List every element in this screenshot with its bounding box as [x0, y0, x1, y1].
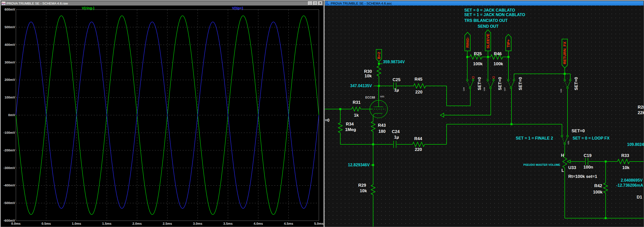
label-u31-set: SET=0 — [572, 129, 585, 133]
waveform-titlebar[interactable]: PROVA TRUMBLE SE - SCHEMA 4.6.raw _ □ ✕ — [1, 1, 323, 6]
resistor-r44 — [413, 142, 425, 147]
flag-tip-label: TIP+ — [506, 39, 510, 47]
label-u29-set: SET=0 — [477, 77, 482, 90]
x-tick: 0.5ms — [39, 222, 53, 225]
label-r42-val: 100k — [593, 190, 603, 194]
label-c25-ref: C25 — [393, 78, 400, 82]
label-u33-ref: U33 — [568, 166, 576, 170]
y-tick: 200mV — [1, 78, 15, 82]
label-r46-val: 100k — [494, 62, 503, 66]
x-tick: 2.5ms — [160, 222, 174, 225]
comment-jack-non-cablato: SET = 1 = JACK NON CABLATO — [464, 13, 525, 17]
comment-loop-fx: SET = 0 = LOOP FX — [573, 136, 609, 141]
label-u33-val: Rt=100k set=1 — [568, 174, 597, 179]
open-terminal-markers — [472, 77, 495, 78]
label-r25-ref: R25 — [474, 52, 482, 56]
label-c19-val: 100n — [583, 165, 593, 170]
label-tube-ref: U21 — [380, 95, 384, 98]
label-r34-val: 1Meg — [345, 127, 356, 132]
label-u30-set: SET=0 — [574, 77, 579, 90]
x-tick: 4.0ms — [251, 222, 265, 225]
y-tick: -300mV — [1, 166, 15, 170]
label-r43-ref: R43 — [378, 123, 386, 128]
y-tick: 0mV — [1, 113, 15, 117]
label-u28-set: SET=0 — [498, 77, 502, 90]
comment-cut-left: =0 — [325, 118, 329, 123]
label-d1-ref: D1 — [637, 195, 642, 200]
resistor-r43 — [371, 121, 375, 132]
label-r29-ref: R29 — [358, 183, 366, 188]
y-tick: 400mV — [1, 43, 15, 47]
resistor-r33 — [617, 159, 630, 164]
waveform-window: PROVA TRUMBLE SE - SCHEMA 4.6.raw _ □ ✕ … — [0, 0, 324, 227]
label-r29-val: 10k — [360, 189, 367, 193]
voltage-out: 2.0408695V — [621, 178, 642, 183]
label-pot-l: L — [561, 168, 564, 173]
label-r44-ref: R44 — [414, 137, 422, 141]
flag-ring-label: RING- — [466, 37, 470, 48]
voltage-plate: 347.04135V — [350, 84, 372, 88]
y-tick: -400mV — [1, 183, 15, 187]
label-c24-val: 1µ — [394, 135, 399, 140]
label-u27-set: SET=0 — [518, 77, 523, 90]
trace-label-vtip[interactable]: V(tip+) — [232, 6, 243, 10]
trace-label-vring[interactable]: V(ring-) — [82, 6, 94, 10]
label-r33-val: 10k — [622, 166, 629, 170]
label-r34-ref: R34 — [346, 122, 354, 126]
resistor-r34 — [338, 123, 342, 133]
x-tick: 3.5ms — [221, 222, 235, 225]
label-r42-ref: R42 — [594, 184, 602, 188]
schematic-canvas[interactable]: SET = 0 = JACK CABLATO SET = 1 = JACK NO… — [325, 6, 643, 226]
resistor-r42 — [604, 183, 608, 193]
label-r30-val: 10k — [365, 74, 372, 78]
label-r31-ref: R31 — [353, 100, 360, 105]
comment-trs-bilanciato: TRS BILANCIATO OUT — [464, 19, 508, 23]
label-r25-val: 100k — [473, 62, 483, 66]
comment-finale2: SET = 1 = FINALE 2 — [516, 136, 553, 141]
x-tick: 0.0ms — [9, 222, 23, 225]
comment-send-out: SEND OUT — [478, 24, 499, 29]
x-tick: 1.5ms — [100, 222, 114, 225]
label-r30-ref: R30 — [364, 69, 372, 74]
label-c24-ref: C24 — [392, 129, 400, 134]
y-tick: 100mV — [1, 95, 15, 99]
y-tick: -500mV — [1, 201, 15, 205]
current-out: -12.736206mA — [616, 183, 643, 188]
label-r31-val: 1k — [354, 113, 359, 118]
label-r28-val: 22k — [638, 111, 644, 115]
label-u27-ref: U27 — [504, 87, 506, 91]
y-tick: -100mV — [1, 131, 15, 135]
x-tick: 4.5ms — [281, 222, 296, 225]
schematic-window: PROVA TRUMBLE SE - SCHEMA 4.6.asc — [324, 0, 644, 227]
comment-jack-cablato: SET = 0 = JACK CABLATO — [464, 8, 515, 13]
resistor-r31 — [352, 107, 361, 111]
label-u31-ref: U31 — [568, 141, 570, 145]
label-pot-h: H — [561, 153, 564, 158]
schematic-titlebar[interactable]: PROVA TRUMBLE SE - SCHEMA 4.6.asc — [325, 1, 643, 6]
label-r45-ref: R45 — [415, 77, 422, 82]
label-u28-ref: U28 — [483, 87, 485, 91]
resistor-r30 — [377, 66, 381, 76]
minimize-button[interactable]: _ — [308, 1, 313, 5]
y-tick: 500mV — [1, 25, 15, 29]
wires — [325, 30, 643, 226]
maximize-button[interactable]: □ — [313, 1, 318, 5]
waveform-icon — [2, 2, 6, 5]
label-r45-val: 220 — [415, 90, 422, 94]
label-c19-ref: C19 — [584, 153, 591, 158]
waveform-plot-area[interactable]: V(ring-) V(tip+) 600mV500mV400mV300mV200… — [1, 6, 323, 226]
y-tick: -200mV — [1, 148, 15, 152]
y-tick: 300mV — [1, 60, 15, 64]
x-tick: 5.0ms — [312, 222, 326, 225]
resistor-r29 — [371, 185, 375, 195]
voltage-b2: 359.98734V — [383, 60, 405, 64]
capacitor-c24 — [394, 141, 396, 148]
x-tick: 1.0ms — [69, 222, 84, 225]
pot-wiper-arrow-icon — [567, 160, 570, 163]
waveform-plot-svg — [1, 6, 323, 226]
capacitor-c19 — [585, 158, 588, 165]
label-r46-ref: R46 — [494, 52, 502, 56]
schematic-icon — [326, 2, 330, 5]
comment-pseudo-master-volume: PSEUDO MASTER VOLUME — [523, 164, 560, 167]
close-button[interactable]: ✕ — [318, 1, 323, 5]
